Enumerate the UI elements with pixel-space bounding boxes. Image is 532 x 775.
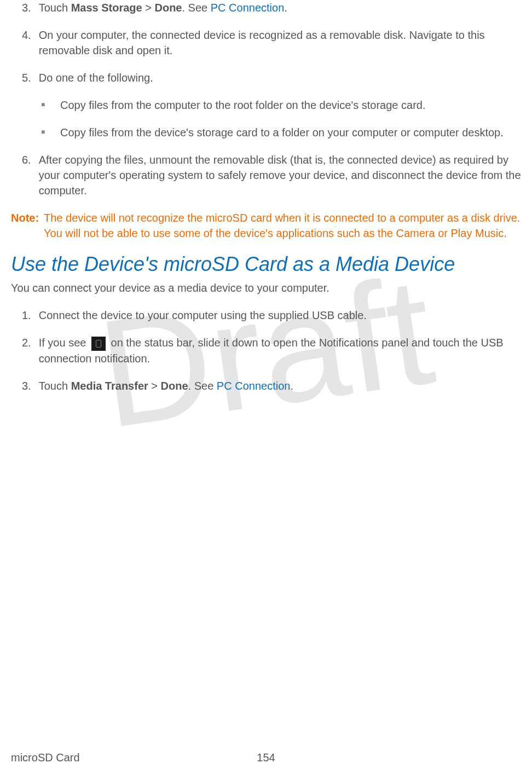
text: . See bbox=[182, 2, 210, 14]
step-text: After copying the files, unmount the rem… bbox=[39, 152, 521, 198]
usb-icon bbox=[91, 337, 106, 351]
text: > bbox=[142, 2, 155, 14]
step-number: 5. bbox=[11, 70, 39, 85]
text: . bbox=[290, 380, 293, 392]
step-number: 4. bbox=[11, 27, 39, 58]
bullet-text: Copy files from the computer to the root… bbox=[60, 97, 521, 113]
step-text: Connect the device to your computer usin… bbox=[39, 308, 521, 323]
page-number: 154 bbox=[257, 751, 275, 764]
step-number: 3. bbox=[11, 0, 39, 15]
step-number: 3. bbox=[11, 378, 39, 394]
bold-text: Mass Storage bbox=[71, 2, 142, 14]
step-number: 2. bbox=[11, 335, 39, 366]
step-6: 6. After copying the files, unmount the … bbox=[11, 152, 521, 198]
bold-text: Done bbox=[154, 2, 182, 14]
footer-section-name: microSD Card bbox=[11, 751, 80, 764]
link-pc-connection[interactable]: PC Connection bbox=[211, 2, 285, 14]
bullet-icon: ■ bbox=[41, 125, 60, 140]
page-footer: microSD Card 154 bbox=[11, 751, 521, 764]
step-number: 1. bbox=[11, 308, 39, 323]
note-label: Note: bbox=[11, 210, 44, 241]
bullet-icon: ■ bbox=[41, 97, 60, 113]
text: Touch bbox=[39, 380, 71, 392]
intro-text: You can connect your device as a media d… bbox=[11, 280, 521, 296]
step-text: On your computer, the connected device i… bbox=[39, 27, 521, 58]
step2-1: 1. Connect the device to your computer u… bbox=[11, 308, 521, 323]
note-text: The device will not recognize the microS… bbox=[44, 210, 521, 241]
step-text: Do one of the following. bbox=[39, 70, 521, 85]
text: . See bbox=[188, 380, 217, 392]
text: Touch bbox=[39, 2, 71, 14]
step2-3: 3. Touch Media Transfer > Done. See PC C… bbox=[11, 378, 521, 394]
step-number: 6. bbox=[11, 152, 39, 198]
step-3: 3. Touch Mass Storage > Done. See PC Con… bbox=[11, 0, 521, 15]
text: > bbox=[148, 380, 161, 392]
note: Note: The device will not recognize the … bbox=[11, 210, 521, 241]
step-text: Touch Mass Storage > Done. See PC Connec… bbox=[39, 0, 521, 15]
step-5: 5. Do one of the following. bbox=[11, 70, 521, 85]
bold-text: Done bbox=[161, 380, 188, 392]
step-4: 4. On your computer, the connected devic… bbox=[11, 27, 521, 58]
link-pc-connection[interactable]: PC Connection bbox=[217, 380, 291, 392]
section-heading: Use the Device's microSD Card as a Media… bbox=[11, 253, 521, 276]
text: . bbox=[284, 2, 287, 14]
bold-text: Media Transfer bbox=[71, 380, 148, 392]
text: If you see bbox=[39, 337, 89, 349]
bullet-text: Copy files from the device's storage car… bbox=[60, 125, 521, 140]
bullet-1: ■ Copy files from the computer to the ro… bbox=[11, 97, 521, 113]
bullet-2: ■ Copy files from the device's storage c… bbox=[11, 125, 521, 140]
page-content: 3. Touch Mass Storage > Done. See PC Con… bbox=[0, 0, 532, 394]
step-text: If you see on the status bar, slide it d… bbox=[39, 335, 521, 366]
step-text: Touch Media Transfer > Done. See PC Conn… bbox=[39, 378, 521, 394]
text: on the status bar, slide it down to open… bbox=[39, 337, 504, 365]
step2-2: 2. If you see on the status bar, slide i… bbox=[11, 335, 521, 366]
